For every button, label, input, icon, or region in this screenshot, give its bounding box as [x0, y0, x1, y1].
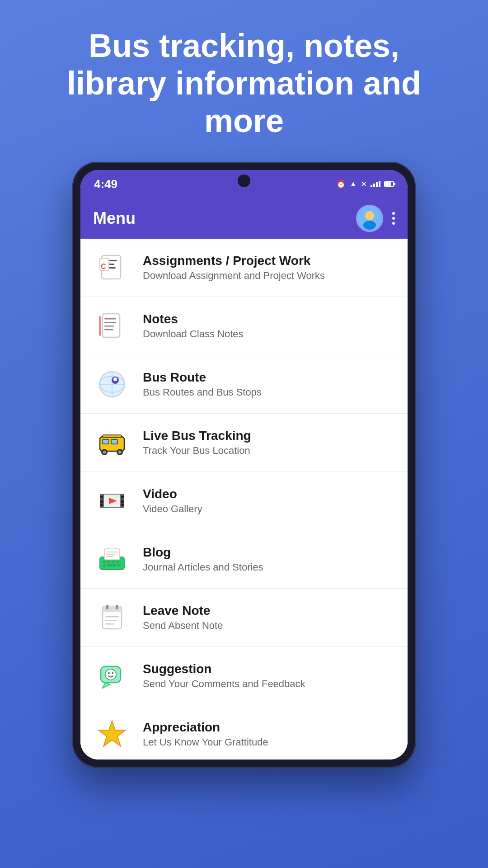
leave-note-title: Leave Note: [143, 604, 223, 618]
menu-item-notes[interactable]: Notes Download Class Notes: [80, 297, 408, 355]
blog-icon: [94, 541, 130, 577]
bus-route-title: Bus Route: [143, 370, 262, 385]
alarm-icon: ⏰: [336, 179, 346, 189]
bus-route-subtitle: Bus Routes and Bus Stops: [143, 387, 262, 398]
menu-text-blog: Blog Journal Articles and Stories: [143, 545, 263, 573]
svg-rect-32: [100, 496, 103, 498]
blog-title: Blog: [143, 545, 263, 560]
video-title: Video: [143, 487, 202, 501]
camera-cutout: [238, 175, 250, 187]
menu-item-appreciation[interactable]: Appreciation Let Us Know Your Grattitude: [80, 705, 408, 760]
svg-rect-44: [116, 561, 119, 563]
menu-list: C Assignments / Project Work Download As…: [80, 239, 408, 760]
svg-point-64: [112, 672, 113, 674]
menu-item-blog[interactable]: Blog Journal Articles and Stories: [80, 530, 408, 589]
appreciation-title: Appreciation: [143, 720, 268, 735]
svg-rect-46: [107, 564, 116, 566]
svg-rect-35: [121, 496, 124, 498]
menu-text-notes: Notes Download Class Notes: [143, 312, 244, 340]
menu-item-live-bus[interactable]: Live Bus Tracking Track Your Bus Locatio…: [80, 414, 408, 472]
assignments-icon: C: [94, 250, 130, 286]
status-bar: 4:49 ⏰ ▲ ✕: [80, 170, 408, 198]
svg-rect-41: [103, 561, 106, 563]
notes-icon: [94, 308, 130, 344]
battery-icon: [384, 181, 394, 187]
svg-text:C: C: [101, 263, 106, 270]
menu-text-suggestion: Suggestion Send Your Comments and Feedba…: [143, 662, 305, 690]
menu-item-leave-note[interactable]: Leave Note Send Absent Note: [80, 589, 408, 647]
svg-rect-58: [105, 620, 116, 621]
svg-rect-34: [100, 504, 103, 506]
assignments-title: Assignments / Project Work: [143, 254, 325, 268]
assignments-subtitle: Download Assignment and Project Works: [143, 270, 325, 282]
leave-note-subtitle: Send Absent Note: [143, 620, 223, 632]
app-bar: Menu: [80, 198, 408, 239]
app-bar-title: Menu: [93, 209, 136, 228]
svg-rect-33: [100, 500, 103, 503]
avatar[interactable]: [356, 205, 383, 232]
appreciation-icon: [94, 716, 130, 752]
svg-rect-13: [104, 326, 114, 327]
svg-rect-51: [106, 556, 113, 557]
svg-rect-50: [106, 554, 115, 555]
live-bus-icon: [94, 425, 130, 461]
menu-item-video[interactable]: Video Video Gallery: [80, 472, 408, 530]
svg-rect-56: [116, 605, 118, 609]
status-icons: ⏰ ▲ ✕: [336, 179, 394, 189]
svg-point-1: [365, 211, 374, 220]
svg-marker-61: [103, 683, 110, 688]
svg-rect-45: [103, 564, 106, 566]
bus-route-icon: [94, 366, 130, 402]
svg-point-62: [105, 669, 116, 680]
wifi-icon: ▲: [349, 179, 357, 189]
svg-rect-24: [111, 439, 117, 444]
svg-rect-54: [103, 609, 122, 612]
menu-text-assignments: Assignments / Project Work Download Assi…: [143, 254, 325, 282]
suggestion-icon: [94, 658, 130, 694]
notes-title: Notes: [143, 312, 244, 326]
suggestion-title: Suggestion: [143, 662, 305, 676]
svg-point-20: [113, 377, 117, 381]
suggestion-subtitle: Send Your Comments and Feedback: [143, 678, 305, 690]
live-bus-subtitle: Track Your Bus Location: [143, 445, 251, 457]
menu-text-appreciation: Appreciation Let Us Know Your Grattitude: [143, 720, 268, 748]
svg-rect-12: [104, 322, 116, 323]
hero-text: Bus tracking, notes, library information…: [0, 0, 488, 162]
menu-item-bus-route[interactable]: Bus Route Bus Routes and Bus Stops: [80, 355, 408, 414]
status-time: 4:49: [94, 177, 117, 191]
svg-rect-29: [103, 435, 122, 438]
svg-rect-43: [112, 561, 115, 563]
svg-rect-42: [107, 561, 110, 563]
phone-screen: 4:49 ⏰ ▲ ✕: [80, 170, 408, 760]
svg-rect-47: [117, 564, 121, 566]
svg-rect-49: [106, 552, 118, 552]
svg-point-28: [118, 451, 122, 454]
svg-rect-11: [104, 318, 116, 320]
live-bus-title: Live Bus Tracking: [143, 429, 251, 443]
video-icon: [94, 483, 130, 519]
menu-text-bus-route: Bus Route Bus Routes and Bus Stops: [143, 370, 262, 398]
phone-mockup: 4:49 ⏰ ▲ ✕: [72, 162, 416, 768]
notes-subtitle: Download Class Notes: [143, 328, 244, 340]
svg-rect-37: [121, 504, 124, 506]
more-options-button[interactable]: [392, 212, 395, 225]
app-bar-right: [356, 205, 395, 232]
menu-text-live-bus: Live Bus Tracking Track Your Bus Locatio…: [143, 429, 251, 457]
video-subtitle: Video Gallery: [143, 503, 202, 515]
signal-bars: [371, 181, 380, 187]
appreciation-subtitle: Let Us Know Your Grattitude: [143, 736, 268, 748]
svg-rect-57: [105, 616, 119, 618]
svg-point-2: [363, 221, 376, 230]
menu-item-assignments[interactable]: C Assignments / Project Work Download As…: [80, 239, 408, 297]
menu-item-suggestion[interactable]: Suggestion Send Your Comments and Feedba…: [80, 647, 408, 705]
svg-rect-59: [105, 623, 114, 625]
svg-rect-55: [106, 605, 108, 609]
svg-rect-23: [103, 439, 109, 444]
blog-subtitle: Journal Articles and Stories: [143, 561, 263, 573]
svg-rect-36: [121, 500, 124, 503]
svg-point-63: [108, 672, 110, 674]
svg-point-26: [103, 451, 106, 454]
svg-rect-14: [104, 329, 113, 330]
menu-text-leave-note: Leave Note Send Absent Note: [143, 604, 223, 632]
leave-note-icon: [94, 599, 130, 636]
